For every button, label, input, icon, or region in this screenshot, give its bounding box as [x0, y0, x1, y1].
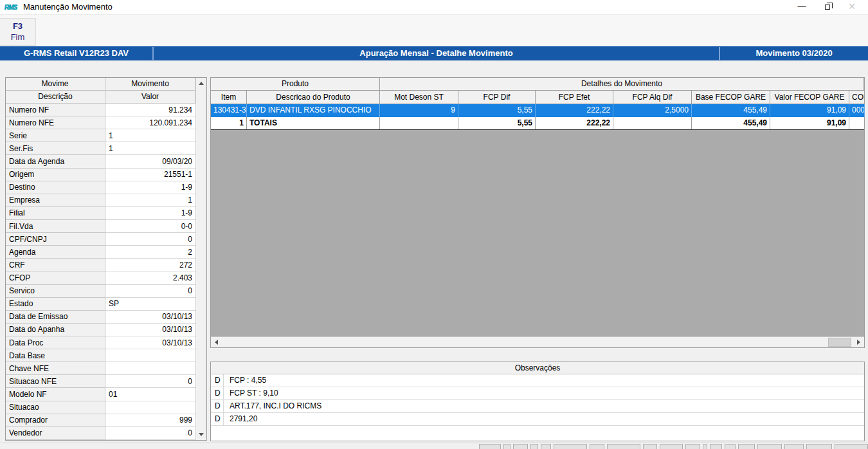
cutoff-buttons-row	[479, 444, 868, 449]
table-row[interactable]: Situacao NFE0	[6, 375, 195, 388]
movement-row-label: CRF	[6, 259, 105, 271]
product-grid: Produto Detalhes do Movimento ItemDescri…	[211, 78, 864, 130]
scroll-left-button[interactable]	[211, 337, 222, 347]
table-row[interactable]: Chave NFE	[6, 362, 195, 375]
scroll-right-button[interactable]	[853, 337, 864, 347]
table-row[interactable]: Data Base	[6, 349, 195, 362]
table-row[interactable]: CRF272	[6, 259, 195, 271]
table-row[interactable]: Origem21551-1	[6, 169, 195, 181]
movement-row-value: 0-0	[105, 220, 195, 233]
table-row[interactable]: CFOP2.403	[6, 271, 195, 284]
product-cell: 130431-3	[211, 104, 247, 117]
table-row[interactable]: Data de Emissao03/10/13	[6, 311, 195, 324]
movement-row-value: 09/03/20	[105, 155, 195, 168]
cutoff-button	[835, 444, 868, 449]
totals-cell: 455,49	[692, 117, 770, 129]
table-row[interactable]: Modelo NF01	[6, 388, 195, 401]
column-header-fcp-alq-dif: FCP Alq Dif	[613, 91, 692, 104]
movement-row-value: SP	[105, 298, 195, 311]
cutoff-button	[643, 444, 657, 449]
product-cell: 000	[849, 104, 865, 117]
table-row[interactable]: Ser.Fis1	[6, 142, 195, 155]
movement-row-value: 0	[105, 375, 195, 388]
bottom-divider	[0, 443, 868, 443]
f3-fim-button[interactable]: F3 Fim	[0, 18, 36, 46]
list-item[interactable]: DFCP ST : 9,10	[211, 387, 864, 400]
list-item[interactable]: D2791,20	[211, 413, 864, 426]
table-row[interactable]: Numero NFE120.091.234	[6, 116, 195, 129]
table-row[interactable]: CPF/CNPJ0	[6, 233, 195, 246]
rms-app-icon: RMS	[5, 3, 20, 12]
table-row[interactable]: Situacao	[6, 401, 195, 414]
list-item[interactable]: DART.177, INC.I DO RICMS	[211, 400, 864, 413]
movement-row-label: Filial	[6, 207, 105, 220]
product-group-header: Produto Detalhes do Movimento	[211, 78, 864, 91]
movement-group-header-right: Movimento	[105, 78, 195, 91]
movement-row-label: Vendedor	[6, 427, 105, 440]
table-row[interactable]: EstadoSP	[6, 298, 195, 311]
scrollbar-thumb[interactable]	[828, 338, 851, 347]
scroll-down-button[interactable]	[196, 429, 206, 440]
scroll-up-button[interactable]	[196, 78, 206, 89]
cutoff-button	[703, 444, 707, 449]
movement-row-label: Modelo NF	[6, 388, 105, 401]
movement-row-value: 0	[105, 285, 195, 298]
column-header-base-fecop-gare: Base FECOP GARE	[692, 91, 770, 104]
table-row[interactable]: Agenda2	[6, 246, 195, 259]
movement-group-header: Movime Movimento	[6, 78, 195, 91]
header-app-version: G-RMS Retail V12R23 DAV	[0, 46, 152, 60]
movement-row-value: 91.234	[105, 104, 195, 116]
minimize-button[interactable]: —	[791, 0, 813, 14]
vertical-scrollbar[interactable]	[195, 78, 206, 440]
table-row[interactable]: Vendedor0	[6, 427, 195, 440]
table-row[interactable]: Empresa1	[6, 194, 195, 207]
horizontal-scrollbar[interactable]	[211, 336, 864, 347]
list-item[interactable]: DFCP : 4,55	[211, 374, 864, 387]
table-row[interactable]: Filial1-9	[6, 207, 195, 220]
movement-row-value	[105, 349, 195, 362]
movement-row-value	[105, 362, 195, 375]
product-row-selected[interactable]: 130431-3DVD INFANTIL RXSG PINOCCHIO95,55…	[211, 104, 864, 117]
movement-row-label: Serie	[6, 129, 105, 142]
movement-row-label: CPF/CNPJ	[6, 233, 105, 246]
movement-group-header-left: Movime	[6, 78, 105, 91]
movement-row-value: 01	[105, 388, 195, 401]
cutoff-button	[479, 444, 501, 449]
restore-button[interactable]	[817, 0, 838, 14]
table-row[interactable]: Serie1	[6, 129, 195, 142]
movement-row-value: 03/10/13	[105, 336, 195, 349]
product-cell: DVD INFANTIL RXSG PINOCCHIO	[247, 104, 380, 117]
table-row[interactable]: Data Proc03/10/13	[6, 336, 195, 349]
column-header-descricao: Descrição	[6, 91, 105, 104]
table-row[interactable]: Fil.Vda0-0	[6, 220, 195, 233]
observation-text: 2791,20	[224, 413, 864, 425]
cutoff-button	[757, 444, 782, 449]
cutoff-button	[710, 444, 722, 449]
table-row[interactable]: Data do Apanha03/10/13	[6, 324, 195, 336]
movement-row-label: Numero NFE	[6, 116, 105, 129]
table-row[interactable]: Destino1-9	[6, 181, 195, 194]
movement-row-label: Situacao NFE	[6, 375, 105, 388]
product-cell: 2,5000	[613, 104, 692, 117]
product-cell: 455,49	[692, 104, 770, 117]
movement-row-label: Chave NFE	[6, 362, 105, 375]
header-divider	[152, 47, 154, 60]
movement-row-label: Destino	[6, 181, 105, 194]
movement-row-value: 1	[105, 142, 195, 155]
movement-row-value: 03/10/13	[105, 311, 195, 324]
table-row[interactable]: Servico0	[6, 285, 195, 298]
movement-row-label: Servico	[6, 285, 105, 298]
movement-row-label: Data do Apanha	[6, 324, 105, 336]
cutoff-button	[784, 444, 804, 449]
close-button[interactable]: ✕	[841, 0, 863, 14]
column-header-valor-fecop-gare: Valor FECOP GARE	[770, 91, 849, 104]
movement-row-label: Agenda	[6, 246, 105, 259]
f3-key-label: F3	[0, 21, 35, 31]
arrow-left-icon	[215, 340, 218, 345]
product-cell: 222,22	[536, 104, 613, 117]
table-row[interactable]: Comprador999	[6, 414, 195, 427]
table-row[interactable]: Numero NF91.234	[6, 104, 195, 116]
table-row[interactable]: Data da Agenda09/03/20	[6, 155, 195, 168]
arrow-right-icon	[857, 340, 860, 345]
header-divider	[719, 47, 720, 60]
